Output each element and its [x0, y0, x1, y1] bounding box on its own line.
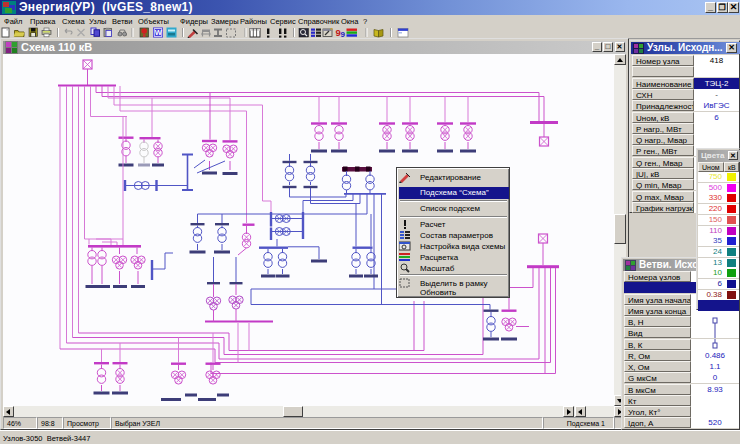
svg-text:W: W — [155, 28, 163, 37]
